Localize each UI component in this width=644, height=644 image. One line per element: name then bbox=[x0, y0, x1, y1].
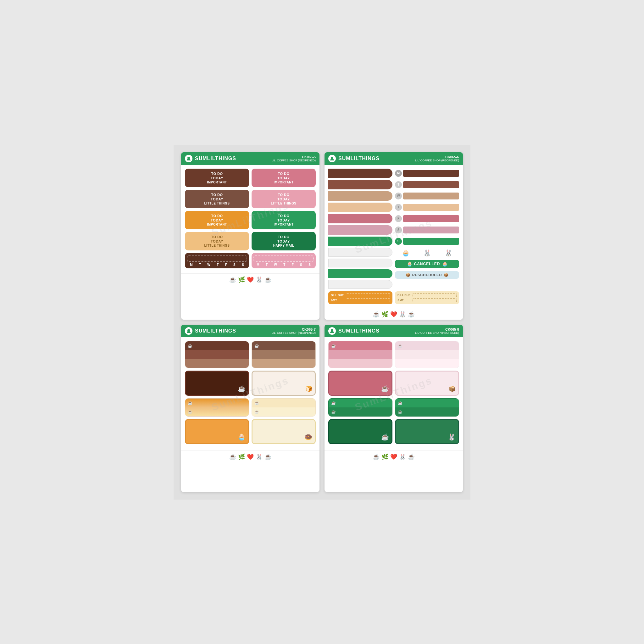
strip-brown-left: ☕ bbox=[185, 341, 249, 368]
sheet-ck065-7: SUMLILTHINGS CK065-7 LIL' COFFEE SHOP (R… bbox=[181, 325, 319, 492]
brand-name-2: SUMLILTHINGS bbox=[338, 156, 380, 161]
brand-icon-4 bbox=[328, 327, 336, 335]
sheet-content-1: SumLilThings TO DO TODAY IMPORTANT TO DO… bbox=[181, 165, 319, 273]
sheet-content-3: SumLilThings ☕ ☕ bbox=[181, 337, 319, 451]
note-box-3: 🧁 bbox=[185, 419, 249, 444]
brand-2: SUMLILTHINGS bbox=[328, 155, 380, 162]
sheet-header-1: SUMLILTHINGS CK065-5 LIL' COFFEE SHOP (R… bbox=[181, 152, 319, 165]
sheet-code-4: CK065-8 bbox=[415, 328, 459, 331]
sticker-3-2: TO DO TODAY IMPORTANT bbox=[252, 211, 316, 229]
note-box-pink-2: 📦 bbox=[395, 371, 459, 396]
brand-name-4: SUMLILTHINGS bbox=[338, 328, 380, 334]
arrow-tag-sun bbox=[328, 236, 392, 246]
brand-icon-2 bbox=[328, 155, 336, 162]
bottom-deco-1: ☕🌿❤️🐰☕ bbox=[181, 273, 319, 285]
bill-sticker-orange: BILL DUE AMT bbox=[328, 291, 392, 304]
sticker-1-2: TO DO TODAY IMPORTANT bbox=[252, 169, 316, 187]
rescheduled-sticker: 📦 RESCHEDULED 📦 bbox=[395, 271, 459, 279]
code-block-4: CK065-8 LIL' COFFEE SHOP (REOPENED) bbox=[415, 328, 459, 335]
brand-3: SUMLILTHINGS bbox=[185, 327, 236, 335]
day-labels-col: M T W T F bbox=[395, 169, 459, 289]
main-grid: SUMLILTHINGS CK065-5 LIL' COFFEE SHOP (R… bbox=[174, 145, 470, 500]
note-box-4: 🍩 bbox=[252, 419, 316, 444]
cute-icons: 🧁 🐰 🐰 bbox=[395, 248, 459, 258]
note-box-green-2: 🐰 bbox=[395, 419, 459, 444]
sheet-subtitle-4: LIL' COFFEE SHOP (REOPENED) bbox=[415, 331, 459, 335]
sheet-header-4: SUMLILTHINGS CK065-8 LIL' COFFEE SHOP (R… bbox=[325, 325, 463, 337]
sheet-ck065-8: SUMLILTHINGS CK065-8 LIL' COFFEE SHOP (R… bbox=[325, 325, 463, 492]
day-row-f: F bbox=[395, 214, 459, 223]
brand-icon-1 bbox=[185, 155, 192, 162]
note-box-1: ☕ bbox=[185, 371, 249, 396]
strip-green-left: ☕ ☕ bbox=[328, 398, 392, 417]
sheet-ck065-6: SUMLILTHINGS CK065-6 LIL' COFFEE SHOP (R… bbox=[325, 152, 463, 319]
sheet-subtitle-2: LIL' COFFEE SHOP (REOPENED) bbox=[415, 159, 459, 162]
arrow-tag-fri bbox=[328, 214, 392, 223]
sheet-header-2: SUMLILTHINGS CK065-6 LIL' COFFEE SHOP (R… bbox=[325, 152, 463, 165]
tracker-1: MTWTFSS bbox=[185, 253, 249, 268]
bottom-deco-4: ☕🌿❤️🐰☕ bbox=[325, 451, 463, 462]
note-box-pink-1: ☕ bbox=[328, 371, 392, 396]
rescheduled-label: RESCHEDULED bbox=[412, 273, 442, 277]
sheet-content-2: SumLilThings bbox=[325, 165, 463, 308]
arrow-tag-blank-3 bbox=[328, 280, 392, 289]
bill-sticker-light: BILL DUE AMT bbox=[395, 291, 459, 304]
arrow-tag-wed bbox=[328, 191, 392, 201]
sheet-subtitle-1: LIL' COFFEE SHOP (REOPENED) bbox=[272, 159, 316, 162]
brand-icon-3 bbox=[185, 327, 192, 335]
brand-name-1: SUMLILTHINGS bbox=[195, 156, 236, 161]
brand-1: SUMLILTHINGS bbox=[185, 155, 236, 162]
cancelled-label: CANCELLED bbox=[414, 262, 440, 266]
sheet-content-4: SumLilThings ☕ ☕ bbox=[325, 337, 463, 451]
arrow-tag-blank-1 bbox=[328, 248, 392, 257]
arrow-tag-green bbox=[328, 269, 392, 278]
strip-light-right: ☕ bbox=[395, 341, 459, 368]
sheet-subtitle-3: LIL' COFFEE SHOP (REOPENED) bbox=[272, 331, 316, 335]
day-row-t1: T bbox=[395, 180, 459, 189]
sticker-1-1: TO DO TODAY IMPORTANT bbox=[185, 169, 249, 187]
bottom-deco-2: ☕🌿❤️🐰☕ bbox=[325, 308, 463, 319]
arrow-tag-tue bbox=[328, 180, 392, 189]
tracker-2: MTWTFSS bbox=[252, 253, 316, 268]
day-row-s1: S bbox=[395, 225, 459, 235]
code-block-2: CK065-6 LIL' COFFEE SHOP (REOPENED) bbox=[415, 155, 459, 162]
strip-cream-right: ☕ ☕ bbox=[252, 398, 316, 417]
bottom-deco-3: ☕🌿❤️🐰☕ bbox=[181, 451, 319, 462]
sticker-2-1: TO DO TODAY LITTLE THINGS bbox=[185, 190, 249, 208]
arrow-tag-mon bbox=[328, 169, 392, 178]
note-box-2: 🍞 bbox=[252, 371, 316, 396]
brand-name-3: SUMLILTHINGS bbox=[195, 328, 236, 334]
code-block-3: CK065-7 LIL' COFFEE SHOP (REOPENED) bbox=[272, 328, 316, 335]
strip-orange-left: ☕ ☕ bbox=[185, 398, 249, 417]
strip-pink-left: ☕ bbox=[328, 341, 392, 368]
strip-brown-right: ☕ bbox=[252, 341, 316, 368]
day-row-t2: T bbox=[395, 203, 459, 212]
cancelled-sticker: 🧁 CANCELLED 🧁 bbox=[395, 260, 459, 268]
arrow-tag-blank-2 bbox=[328, 258, 392, 267]
sticker-4-2: TO DO TODAY HAPPY MAIL bbox=[252, 232, 316, 250]
sticker-2-2: TO DO TODAY LITTLE THINGS bbox=[252, 190, 316, 208]
arrow-tag-thu bbox=[328, 203, 392, 212]
arrow-tag-sat bbox=[328, 225, 392, 235]
sticker-3-1: TO DO TODAY IMPORTANT bbox=[185, 211, 249, 229]
arrow-tags-col bbox=[328, 169, 392, 289]
day-row-s2: S bbox=[395, 236, 459, 246]
day-row-m: M bbox=[395, 169, 459, 178]
day-row-w: W bbox=[395, 191, 459, 201]
sheet-ck065-5: SUMLILTHINGS CK065-5 LIL' COFFEE SHOP (R… bbox=[181, 152, 319, 319]
strip-green-right: ☕ ☕ bbox=[395, 398, 459, 417]
sheet-header-3: SUMLILTHINGS CK065-7 LIL' COFFEE SHOP (R… bbox=[181, 325, 319, 337]
sheet-code-3: CK065-7 bbox=[272, 328, 316, 331]
note-box-green-1: ☕ bbox=[328, 419, 392, 444]
sheet-code-2: CK065-6 bbox=[415, 155, 459, 159]
sticker-4-1: TO DO TODAY LITTLE THINGS bbox=[185, 232, 249, 250]
code-block-1: CK065-5 LIL' COFFEE SHOP (REOPENED) bbox=[272, 155, 316, 162]
sheet-code-1: CK065-5 bbox=[272, 155, 316, 159]
brand-4: SUMLILTHINGS bbox=[328, 327, 380, 335]
